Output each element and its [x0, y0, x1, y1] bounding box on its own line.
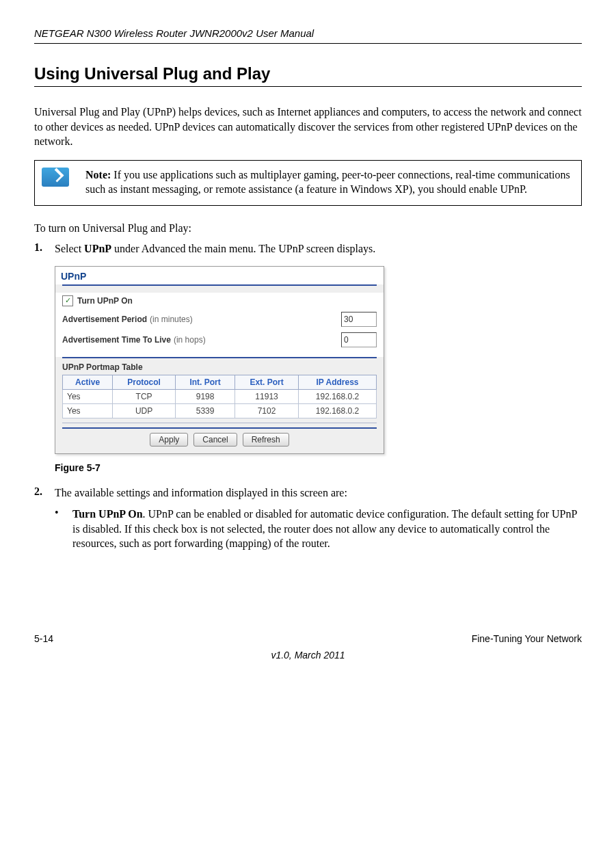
refresh-button[interactable]: Refresh — [243, 433, 289, 447]
cell-ip: 192.168.0.2 — [299, 403, 377, 418]
cell-protocol: UDP — [113, 403, 176, 418]
upnp-screenshot: UPnP ✓ Turn UPnP On Advertisement Period… — [55, 266, 384, 454]
apply-button[interactable]: Apply — [150, 433, 188, 447]
panel-separator — [62, 284, 377, 286]
step1-keyword: UPnP — [84, 243, 111, 254]
adv-ttl-label: Advertisement Time To Live — [62, 335, 171, 345]
note-body-text: If you use applications such as multipla… — [85, 169, 570, 196]
turn-upnp-on-checkbox[interactable]: ✓ — [62, 295, 73, 306]
table-row: Yes TCP 9198 11913 192.168.0.2 — [63, 389, 377, 403]
step1-part-a: Select — [55, 243, 84, 254]
bullet-rest: . UPnP can be enabled or disabled for au… — [72, 508, 577, 549]
step-1-body: Select UPnP under Advanced the main menu… — [55, 241, 582, 256]
page-footer: 5-14 Fine-Tuning Your Network v1.0, Marc… — [34, 633, 582, 661]
cell-ext-port: 11913 — [235, 389, 299, 403]
col-protocol: Protocol — [113, 375, 176, 389]
col-ip: IP Address — [299, 375, 377, 389]
portmap-heading: UPnP Portmap Table — [55, 358, 384, 373]
figure-caption: Figure 5-7 — [55, 462, 582, 473]
adv-period-label: Advertisement Period — [62, 315, 147, 324]
bullet-marker: • — [55, 507, 72, 551]
doc-header: NETGEAR N300 Wireless Router JWNR2000v2 … — [34, 27, 582, 44]
cell-active: Yes — [63, 403, 113, 418]
cell-protocol: TCP — [113, 389, 176, 403]
turn-upnp-on-label: Turn UPnP On — [77, 296, 133, 306]
cell-ip: 192.168.0.2 — [299, 389, 377, 403]
col-active: Active — [63, 375, 113, 389]
step1-part-c: under Advanced the main menu. The UPnP s… — [111, 243, 375, 254]
adv-ttl-input[interactable] — [341, 332, 377, 347]
col-int-port: Int. Port — [176, 375, 235, 389]
steps-lead-in: To turn on Universal Plug and Play: — [34, 222, 582, 235]
cancel-button[interactable]: Cancel — [193, 433, 237, 447]
note-text: Note: If you use applications such as mu… — [79, 160, 582, 205]
cell-ext-port: 7102 — [235, 403, 299, 418]
adv-period-input[interactable] — [341, 312, 377, 327]
note-box: Note: If you use applications such as mu… — [34, 160, 582, 206]
cell-int-port: 5339 — [176, 403, 235, 418]
bullet-turn-upnp-on: • Turn UPnP On. UPnP can be enabled or d… — [55, 507, 582, 551]
cell-active: Yes — [63, 389, 113, 403]
adv-ttl-hint: (in hops) — [174, 335, 206, 345]
note-arrow-icon — [42, 168, 69, 187]
footer-section-name: Fine-Tuning Your Network — [472, 633, 582, 644]
portmap-table: Active Protocol Int. Port Ext. Port IP A… — [62, 375, 377, 418]
col-ext-port: Ext. Port — [235, 375, 299, 389]
step-2-body: The available settings and information d… — [55, 485, 582, 501]
step-1: 1. Select UPnP under Advanced the main m… — [34, 241, 582, 256]
panel-separator — [62, 423, 377, 423]
section-heading: Using Universal Plug and Play — [34, 64, 582, 87]
page-number: 5-14 — [34, 633, 53, 644]
footer-version: v1.0, March 2011 — [34, 650, 582, 661]
bullet-title: Turn UPnP On — [72, 508, 143, 520]
cell-int-port: 9198 — [176, 389, 235, 403]
table-header-row: Active Protocol Int. Port Ext. Port IP A… — [63, 375, 377, 389]
panel-title: UPnP — [55, 267, 384, 284]
intro-paragraph: Universal Plug and Play (UPnP) helps dev… — [34, 105, 582, 149]
table-row: Yes UDP 5339 7102 192.168.0.2 — [63, 403, 377, 418]
adv-period-hint: (in minutes) — [150, 315, 193, 324]
bullet-text: Turn UPnP On. UPnP can be enabled or dis… — [72, 507, 582, 551]
step-2: 2. The available settings and informatio… — [34, 485, 582, 501]
step-number: 2. — [34, 485, 55, 501]
step-number: 1. — [34, 241, 55, 256]
note-label: Note: — [85, 169, 111, 181]
